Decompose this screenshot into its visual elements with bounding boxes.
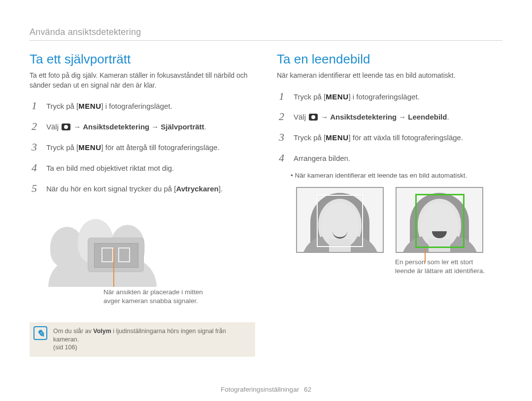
footer-label: Fotograferingsinställningar	[221, 386, 299, 393]
smile-caption-l1: En person som ler ett stort	[395, 258, 473, 266]
selfie-illustration: När ansikten är placerade i mitten avger…	[30, 208, 255, 307]
step-number: 4	[277, 149, 292, 170]
selfie-caption: När ansikten är placerade i mitten avger…	[103, 288, 203, 306]
step-number: 1	[30, 97, 44, 118]
step-text: När du hör en kort signal trycker du på …	[44, 180, 255, 200]
selfie-caption-l2: avger kameran snabba signaler.	[103, 297, 198, 305]
step-number: 3	[30, 138, 44, 159]
step-text: Ta en bild med objektivet riktat mot dig…	[44, 159, 255, 180]
step-text: Tryck på [MENU] för att återgå till foto…	[44, 138, 255, 159]
smile-frame-smiling	[396, 187, 483, 253]
camera-glyph-icon	[309, 114, 318, 121]
note-box: ✎ Om du slår av Volym i ljudinställninga…	[30, 322, 255, 357]
arrow-right-icon: →	[151, 122, 159, 132]
arrow-right-icon: →	[321, 112, 328, 123]
step-number: 3	[277, 128, 292, 149]
left-steps: 1Tryck på [MENU] i fotograferingsläget.2…	[30, 97, 255, 200]
note-line1-bold: Volym	[93, 328, 111, 335]
page-header: Använda ansiktsdetektering	[30, 27, 502, 37]
step-text: Tryck på [MENU] i fotograferingsläget.	[292, 88, 502, 108]
page-footer: Fotograferingsinställningar 62	[0, 386, 532, 393]
right-intro: När kameran identifierar ett leende tas …	[277, 71, 502, 81]
step-text: Tryck på [MENU] i fotograferingsläget.	[44, 97, 255, 118]
menu-icon: MENU	[78, 102, 101, 110]
step-number: 5	[30, 180, 44, 200]
left-column: Ta ett självporträtt Ta ett foto på dig …	[30, 52, 255, 357]
left-intro: Ta ett foto på dig själv. Kameran ställe…	[30, 71, 255, 90]
left-title: Ta ett självporträtt	[30, 52, 255, 67]
right-title: Ta en leendebild	[277, 52, 502, 67]
focus-box-white-icon	[317, 195, 363, 247]
step-number: 4	[30, 159, 44, 180]
header-rule	[30, 40, 502, 41]
step-number: 2	[30, 118, 44, 138]
right-column: Ta en leendebild När kameran identifiera…	[277, 52, 502, 357]
step-number: 1	[277, 88, 292, 108]
page-number: 62	[304, 386, 311, 393]
note-icon: ✎	[33, 326, 47, 340]
leader-line-icon	[425, 249, 426, 263]
focus-box-green-icon	[415, 194, 465, 248]
right-sub-bullet: När kameran identifierar ett leende tas …	[291, 172, 502, 179]
menu-icon: MENU	[326, 93, 348, 101]
step-number: 2	[277, 108, 292, 128]
selfie-caption-l1: När ansikten är placerade i mitten	[103, 288, 203, 296]
step-text: Välj →Ansiktsdetektering→Leendebild.	[292, 108, 502, 128]
note-line2: (sid 106)	[53, 344, 77, 351]
step-text: Välj →Ansiktsdetektering→Självporträtt.	[44, 118, 255, 138]
camera-icon	[88, 238, 144, 272]
camera-glyph-icon	[62, 123, 70, 130]
arrow-right-icon: →	[399, 112, 406, 123]
leader-line-icon	[113, 248, 114, 287]
smile-illustrations	[277, 187, 502, 253]
menu-icon: MENU	[326, 133, 348, 142]
smile-caption: En person som ler ett stort leende är lä…	[277, 258, 502, 276]
step-text: Arrangera bilden.	[292, 149, 502, 170]
menu-icon: MENU	[78, 143, 101, 152]
step-text: Tryck på [MENU] för att växla till fotog…	[292, 128, 502, 149]
note-line1-a: Om du slår av	[53, 328, 93, 335]
smile-caption-l2: leende är lättare att identifiera.	[395, 267, 485, 275]
right-steps: 1Tryck på [MENU] i fotograferingsläget.2…	[277, 88, 502, 170]
arrow-right-icon: →	[73, 122, 81, 132]
smile-frame-neutral	[296, 187, 384, 253]
